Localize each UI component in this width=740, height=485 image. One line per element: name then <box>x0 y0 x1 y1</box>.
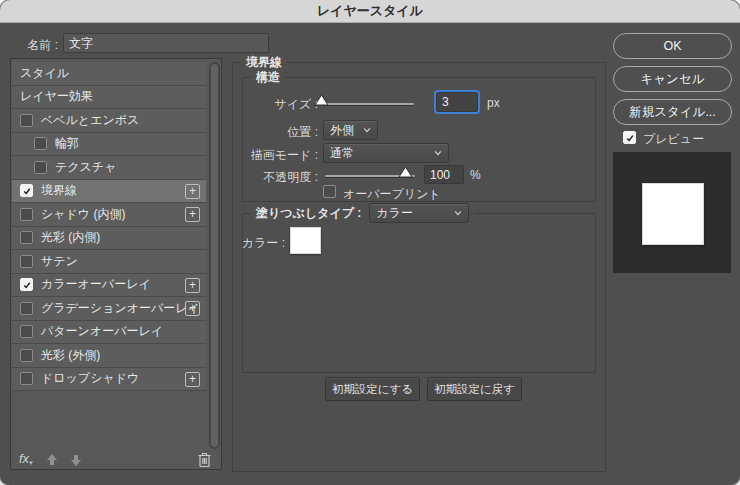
stroke-color-swatch[interactable] <box>290 227 321 254</box>
style-list-item-7[interactable]: 光彩 (内側) <box>12 227 206 251</box>
style-item-checkbox[interactable] <box>20 231 33 244</box>
position-label: 位置 : <box>232 124 318 141</box>
cancel-button[interactable]: キャンセル <box>613 66 732 92</box>
style-list-item-6[interactable]: シャドウ (内側) + <box>12 203 206 227</box>
style-item-label: パターンオーバーレイ <box>41 323 163 340</box>
style-list-item-5[interactable]: 境界線 + <box>12 180 206 204</box>
style-item-label: シャドウ (内側) <box>41 206 125 223</box>
style-list-item-13[interactable]: ドロップシャドウ + <box>12 368 206 392</box>
fill-type-dropdown[interactable]: カラー <box>369 203 469 223</box>
overprint-label: オーバープリント <box>343 186 441 203</box>
make-default-button[interactable]: 初期設定にする <box>325 377 420 401</box>
add-instance-button[interactable]: + <box>185 301 200 316</box>
style-list-item-3[interactable]: 輪郭 <box>12 133 206 157</box>
name-input[interactable] <box>63 33 269 53</box>
preview-area <box>613 152 731 273</box>
blend-mode-dropdown[interactable]: 通常 <box>323 143 449 163</box>
style-list-item-10[interactable]: グラデーションオーバーレイ + <box>12 297 206 321</box>
preview-label: プレビュー <box>643 131 704 148</box>
check-icon <box>23 281 31 289</box>
new-style-button[interactable]: 新規スタイル... <box>613 99 732 125</box>
new-style-button-label: 新規スタイル... <box>629 104 716 121</box>
style-list-item-4[interactable]: テクスチャ <box>12 156 206 180</box>
make-default-label: 初期設定にする <box>332 382 413 397</box>
add-instance-button[interactable]: + <box>185 372 200 387</box>
style-item-label: ベベルとエンボス <box>41 112 139 129</box>
move-up-icon[interactable] <box>45 453 59 467</box>
fill-type-legend-row: 塗りつぶしタイプ : カラー <box>251 203 474 223</box>
style-item-checkbox[interactable] <box>34 137 47 150</box>
add-instance-button[interactable]: + <box>185 184 200 199</box>
add-instance-button[interactable]: + <box>185 278 200 293</box>
style-item-label: 光彩 (内側) <box>41 229 100 246</box>
cancel-button-label: キャンセル <box>641 71 705 88</box>
style-item-label: 境界線 <box>41 182 77 199</box>
fill-type-value: カラー <box>376 205 413 222</box>
blend-mode-value: 通常 <box>330 145 354 162</box>
chevron-down-icon <box>434 149 442 157</box>
style-item-checkbox[interactable] <box>20 372 33 385</box>
position-dropdown[interactable]: 外側 <box>323 120 378 140</box>
style-list-item-11[interactable]: パターンオーバーレイ <box>12 321 206 345</box>
blend-mode-label: 描画モード : <box>232 147 318 164</box>
reset-default-button[interactable]: 初期設定に戻す <box>427 377 522 401</box>
chevron-down-icon <box>363 126 371 134</box>
check-icon <box>23 187 31 195</box>
style-item-checkbox[interactable] <box>20 349 33 362</box>
style-item-checkbox[interactable] <box>20 278 33 291</box>
add-instance-button[interactable]: + <box>185 207 200 222</box>
structure-legend: 構造 <box>251 69 285 86</box>
style-list-item-2[interactable]: ベベルとエンボス <box>12 109 206 133</box>
style-list-item-12[interactable]: 光彩 (外側) <box>12 344 206 368</box>
style-item-label: ドロップシャドウ <box>41 370 139 387</box>
style-item-label: カラーオーバーレイ <box>41 276 151 293</box>
dialog-title: レイヤースタイル <box>317 2 423 20</box>
styles-scrollbar[interactable] <box>209 62 220 449</box>
style-item-label: 光彩 (外側) <box>41 347 100 364</box>
fx-menu-button[interactable]: fx▾ <box>19 451 33 467</box>
styles-list: スタイル レイヤー効果 ベベルとエンボス 輪郭 テクスチャ 境界線 + シャドウ… <box>12 62 206 391</box>
overprint-checkbox[interactable] <box>323 185 336 198</box>
ok-button-label: OK <box>663 39 681 53</box>
style-item-checkbox[interactable] <box>20 114 33 127</box>
chevron-down-icon <box>454 209 462 217</box>
size-slider-track[interactable] <box>323 103 414 105</box>
position-value: 外側 <box>330 122 354 139</box>
style-item-checkbox[interactable] <box>20 255 33 268</box>
opacity-label: 不透明度 : <box>232 169 318 186</box>
style-item-checkbox[interactable] <box>34 161 47 174</box>
style-list-item-9[interactable]: カラーオーバーレイ + <box>12 274 206 298</box>
opacity-unit: % <box>470 168 481 182</box>
size-label: サイズ : <box>232 96 318 113</box>
style-list-item-1[interactable]: レイヤー効果 <box>12 86 206 110</box>
fill-type-label: 塗りつぶしタイプ : <box>256 205 361 222</box>
style-item-label: スタイル <box>20 65 69 82</box>
layer-style-dialog: レイヤースタイル 名前 : OK キャンセル 新規スタイル... プレビュー ス… <box>0 0 740 485</box>
style-item-checkbox[interactable] <box>20 184 33 197</box>
style-item-label: 輪郭 <box>55 135 79 152</box>
ok-button[interactable]: OK <box>613 33 732 59</box>
style-item-checkbox[interactable] <box>20 302 33 315</box>
opacity-input[interactable] <box>424 165 464 184</box>
size-slider-thumb-icon[interactable] <box>314 94 329 106</box>
name-label: 名前 : <box>10 37 58 54</box>
styles-list-panel: スタイル レイヤー効果 ベベルとエンボス 輪郭 テクスチャ 境界線 + シャドウ… <box>10 58 222 470</box>
style-item-label: テクスチャ <box>55 159 116 176</box>
preview-swatch <box>642 183 704 245</box>
opacity-slider-thumb-icon[interactable] <box>398 166 413 178</box>
style-item-checkbox[interactable] <box>20 325 33 338</box>
style-item-checkbox[interactable] <box>20 208 33 221</box>
style-item-label: グラデーションオーバーレイ <box>41 300 200 317</box>
delete-effect-icon[interactable] <box>197 451 212 468</box>
styles-scrollbar-thumb[interactable] <box>211 64 218 447</box>
styles-footer: fx▾ <box>19 451 215 469</box>
dialog-titlebar[interactable]: レイヤースタイル <box>0 0 740 23</box>
size-unit: px <box>487 96 500 110</box>
style-list-item-8[interactable]: サテン <box>12 250 206 274</box>
style-list-item-0[interactable]: スタイル <box>12 62 206 86</box>
preview-checkbox[interactable] <box>623 131 636 144</box>
move-down-icon[interactable] <box>69 453 83 467</box>
size-input[interactable] <box>436 92 478 112</box>
reset-default-label: 初期設定に戻す <box>434 382 515 397</box>
color-label: カラー : <box>240 235 285 252</box>
